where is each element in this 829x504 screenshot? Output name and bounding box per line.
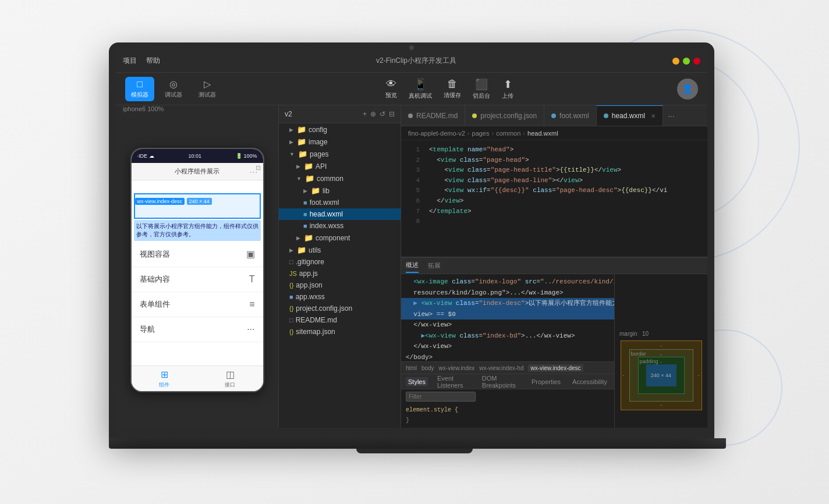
phone-status-right: 🔋 100% [236,153,257,159]
tree-item-lib[interactable]: ▶ 📁 lib [279,184,401,197]
tree-item-gitignore[interactable]: □ .gitignore [279,256,401,268]
tree-item-pages[interactable]: ▼ 📁 pages [279,148,401,160]
path-index[interactable]: wx-view.index [439,365,475,371]
triangle-icon: ▶ [289,127,293,133]
path-index-desc[interactable]: wx-view.index-desc [528,364,583,372]
preview-icon: 👁 [386,78,396,90]
styles-tab-accessibility[interactable]: Accessibility [570,377,610,386]
menu-item-help[interactable]: 帮助 [146,56,160,66]
code-content[interactable]: <template name="head"> <view class="page… [424,140,707,257]
path-body[interactable]: body [421,365,434,371]
tab-more-icon[interactable]: ··· [663,111,679,120]
tab-foot-wxml[interactable]: foot.wxml [544,105,597,126]
user-avatar[interactable]: 👤 [677,79,698,100]
phone-nav-component[interactable]: ⊞ 组件 [132,367,197,391]
tree-item-head-wxml[interactable]: ■ head.wxml [279,208,401,220]
path-html[interactable]: html [406,365,417,371]
action-realtest[interactable]: 📱 真机调试 [409,78,432,100]
action-preview[interactable]: 👁 预览 [385,78,397,100]
tab-project-config[interactable]: project.config.json [465,105,544,126]
tab-head-wxml[interactable]: head.wxml ✕ [597,105,663,126]
tree-item-sitemap[interactable]: {} sitemap.json [279,326,401,338]
breadcrumb-part-0: fino-applet-demo-v2 [408,130,465,137]
file-icon-md: □ [289,317,293,324]
styles-tab-dom[interactable]: DOM Breakpoints [480,374,522,390]
collapse-icon[interactable]: ⊟ [389,110,395,118]
tree-item-app-js[interactable]: JS app.js [279,268,401,279]
laptop-stand [356,449,473,453]
maximize-button[interactable] [683,58,690,65]
toolbar-btn-debug[interactable]: ◎ 调试器 [159,76,188,101]
file-icon-wxss: ■ [289,293,293,300]
tree-item-api[interactable]: ▶ 📁 API [279,160,401,172]
menu-item-project[interactable]: 项目 [123,56,137,66]
devtools-tab-extend[interactable]: 拓展 [428,259,441,272]
tree-item-project-config[interactable]: {} project.config.json [279,303,401,314]
tab-readme[interactable]: README.md [401,105,465,126]
editor-tabs: README.md project.config.json foot.wxml [401,105,707,126]
tree-item-name: app.json [296,281,322,289]
html-line-0: <wx-image class="index-logo" src="../res… [401,276,614,288]
tree-item-utils[interactable]: ▶ 📁 utils [279,244,401,256]
triangle-icon: ▶ [289,139,293,145]
tree-item-name: image [309,138,328,146]
styles-filter-input[interactable] [406,392,476,402]
phone-nav-api[interactable]: ◫ 接口 [197,367,263,391]
styles-tab-event[interactable]: Event Listeners [435,374,473,390]
tree-item-app-json[interactable]: {} app.json [279,279,401,291]
devtools-tab-overview[interactable]: 概述 [406,258,419,273]
action-upload[interactable]: ⬆ 上传 [502,78,513,100]
tree-item-index-wxss[interactable]: ■ index.wxss [279,220,401,232]
file-icon-js: JS [289,270,297,277]
tree-item-app-wxss[interactable]: ■ app.wxss [279,291,401,303]
tree-item-image[interactable]: ▶ 📁 image [279,136,401,148]
action-cutback[interactable]: ⬛ 切后台 [473,78,490,100]
minimize-button[interactable] [672,58,679,65]
tree-item-name: lib [323,187,330,195]
toolbar-btn-test[interactable]: ▷ 测试器 [193,76,222,101]
breadcrumb-sep-1: › [492,130,494,137]
code-line-7: </template> [424,207,707,217]
tree-item-config[interactable]: ▶ 📁 config [279,123,401,136]
device-name: iphone6 [123,105,146,112]
phone-menu-item-2[interactable]: 表单组件 ≡ [132,292,263,317]
menu-item-label-2: 表单组件 [140,299,170,310]
laptop-camera [409,45,414,50]
phone-menu-item-1[interactable]: 基础内容 T [132,267,263,292]
tab-label: README.md [416,112,458,120]
toolbar-btn-simulate[interactable]: □ 模拟器 [125,77,154,101]
new-folder-icon[interactable]: ⊕ [370,110,376,118]
window-title: v2-FinClip小程序开发工具 [165,56,668,66]
cutback-icon: ⬛ [475,78,488,91]
tab-close-icon[interactable]: ✕ [651,113,656,119]
file-icon-json: {} [289,305,293,312]
toolbar: □ 模拟器 ◎ 调试器 ▷ 测试器 [116,73,707,105]
box-model-border: border - padding - 240 × 44 [629,349,693,402]
html-line-4: </wx-view> [401,320,614,331]
breadcrumb-sep-2: › [523,130,525,137]
tree-item-readme[interactable]: □ README.md [279,314,401,326]
tree-item-component[interactable]: ▶ 📁 component [279,232,401,244]
html-line-5: ▶<wx-view class="index-bd">...</wx-view> [401,331,614,342]
tree-item-name: foot.wxml [310,198,339,207]
path-index-hd[interactable]: wx-view.index-hd [479,365,523,371]
action-cleardata[interactable]: 🗑 清缓存 [444,78,461,100]
phone-menu-item-3[interactable]: 导航 ··· [132,317,263,342]
element-size: 240 × 44 [187,198,212,205]
close-button[interactable] [693,58,700,65]
triangle-icon: ▼ [296,176,302,182]
tree-item-common[interactable]: ▼ 📁 common [279,172,401,184]
test-icon: ▷ [204,79,211,90]
new-file-icon[interactable]: + [363,110,367,118]
html-tree[interactable]: <wx-image class="index-logo" src="../res… [401,274,614,361]
refresh-icon[interactable]: ↺ [380,110,385,118]
box-padding-top: - [660,359,662,365]
styles-tab-properties[interactable]: Properties [529,377,563,386]
tree-item-foot-wxml[interactable]: ■ foot.wxml [279,197,401,208]
triangle-icon: ▶ [303,188,307,194]
phone-expand-icon[interactable]: ⊡ [256,164,261,172]
cleardata-icon: 🗑 [447,78,458,90]
nav-component-icon: ⊞ [161,369,168,380]
styles-tab-styles[interactable]: Styles [406,377,428,386]
phone-menu-item-0[interactable]: 视图容器 ▣ [132,242,263,267]
